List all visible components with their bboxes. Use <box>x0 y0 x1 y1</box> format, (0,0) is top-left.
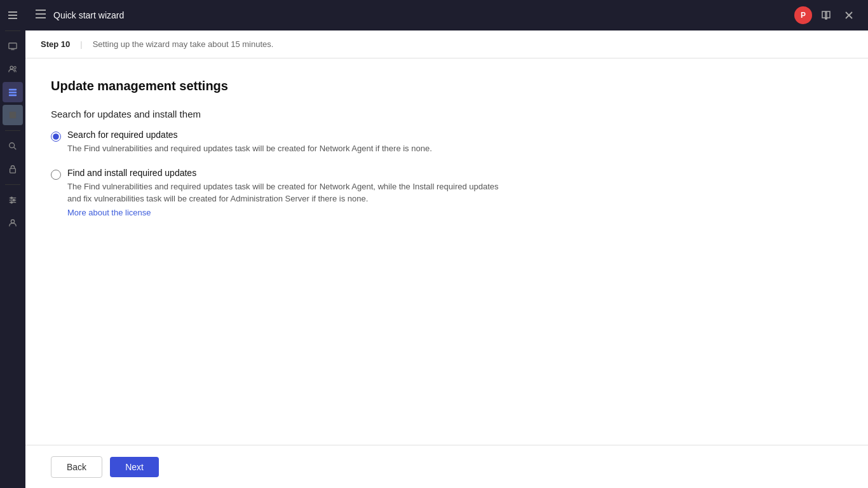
sidebar-person-icon[interactable] <box>3 213 23 233</box>
sidebar-tasks-icon[interactable] <box>3 82 23 102</box>
radio-search-desc: The Find vulnerabilities and required up… <box>67 142 432 155</box>
radio-option-search: Search for required updates The Find vul… <box>51 130 843 155</box>
radio-search-required[interactable] <box>51 132 61 142</box>
svg-rect-9 <box>9 95 17 97</box>
sidebar-divider-top <box>5 30 20 31</box>
sidebar-sliders-icon[interactable] <box>3 190 23 210</box>
radio-find-desc: The Find vulnerabilities and required up… <box>67 180 499 205</box>
svg-rect-22 <box>36 13 46 15</box>
svg-rect-7 <box>9 89 17 91</box>
svg-line-12 <box>14 147 17 150</box>
svg-point-18 <box>13 200 15 201</box>
back-button[interactable]: Back <box>51 456 102 478</box>
sidebar-divider-mid <box>5 130 20 131</box>
svg-rect-2 <box>8 18 17 19</box>
topbar-left: Quick start wizard <box>36 10 124 21</box>
menu-icon[interactable] <box>3 5 23 25</box>
topbar-menu-icon[interactable] <box>36 10 46 21</box>
book-icon[interactable] <box>817 6 835 24</box>
radio-find-label[interactable]: Find and install required updates <box>67 168 499 178</box>
close-icon[interactable] <box>840 6 858 24</box>
sidebar-users-icon[interactable] <box>3 59 23 79</box>
radio-find-install[interactable] <box>51 170 61 180</box>
sidebar-monitor-icon[interactable] <box>3 36 23 57</box>
radio-option-find-install: Find and install required updates The Fi… <box>51 168 843 217</box>
svg-rect-4 <box>11 49 14 50</box>
avatar-button[interactable]: P <box>794 6 812 24</box>
radio-find-content: Find and install required updates The Fi… <box>67 168 499 217</box>
step-label: Step 10 <box>41 39 70 49</box>
sidebar <box>0 0 25 488</box>
svg-point-6 <box>14 67 17 69</box>
step-separator: | <box>80 39 82 49</box>
more-about-license-link[interactable]: More about the license <box>67 208 499 217</box>
svg-rect-3 <box>9 43 17 49</box>
svg-point-11 <box>10 143 15 148</box>
svg-rect-10 <box>10 112 17 119</box>
sidebar-block-icon[interactable] <box>3 105 23 125</box>
radio-search-content: Search for required updates The Find vul… <box>67 130 432 155</box>
sidebar-search-icon[interactable] <box>3 136 23 156</box>
svg-rect-8 <box>9 92 17 93</box>
svg-rect-0 <box>8 11 17 13</box>
step-bar: Step 10 | Setting up the wizard may take… <box>25 30 868 58</box>
topbar: Quick start wizard P <box>25 0 868 30</box>
svg-rect-13 <box>10 168 16 173</box>
svg-point-19 <box>11 201 13 203</box>
section-subtitle: Search for updates and install them <box>51 109 843 119</box>
svg-rect-23 <box>36 17 46 18</box>
next-button[interactable]: Next <box>110 457 159 477</box>
wizard-footer: Back Next <box>25 445 868 488</box>
svg-point-20 <box>11 220 14 223</box>
svg-point-5 <box>10 66 13 69</box>
svg-point-17 <box>11 197 13 199</box>
topbar-right: P <box>794 6 858 24</box>
svg-rect-1 <box>8 15 17 16</box>
step-description: Setting up the wizard may take about 15 … <box>93 39 274 49</box>
svg-rect-21 <box>36 10 46 11</box>
sidebar-lock-icon[interactable] <box>3 159 23 179</box>
sidebar-divider-bot <box>5 184 20 185</box>
wizard-body: Update management settings Search for up… <box>25 58 868 445</box>
radio-search-label[interactable]: Search for required updates <box>67 130 432 140</box>
topbar-title: Quick start wizard <box>53 10 124 20</box>
main-content: Quick start wizard P Step 10 | Setting u… <box>25 0 868 488</box>
wizard-section-title: Update management settings <box>51 79 843 93</box>
